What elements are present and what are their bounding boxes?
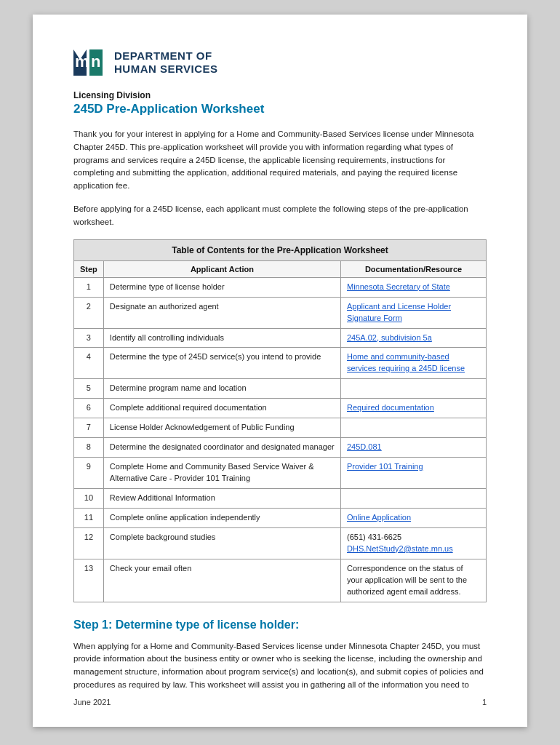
toc-action: Identify all controlling individuals xyxy=(103,328,340,348)
toc-action: Designate an authorized agent xyxy=(103,297,340,328)
footer-page-num: 1 xyxy=(482,698,487,706)
logo-text: DEPARTMENT OF HUMAN SERVICES xyxy=(114,49,218,76)
toc-doc[interactable]: Minnesota Secretary of State xyxy=(341,277,487,297)
toc-step-num: 7 xyxy=(74,418,104,438)
table-row: 10Review Additional Information xyxy=(74,488,487,508)
toc-doc[interactable]: Online Application xyxy=(341,508,487,527)
toc-action: Determine program name and location xyxy=(103,379,340,399)
svg-text:n: n xyxy=(91,52,100,71)
footer-date: June 2021 xyxy=(73,698,111,706)
toc-doc-link[interactable]: Minnesota Secretary of State xyxy=(347,282,450,291)
page-container: m n DEPARTMENT OF HUMAN SERVICES Licensi… xyxy=(33,15,527,727)
toc-action: Check your email often xyxy=(103,559,340,602)
col-header-doc: Documentation/Resource xyxy=(341,260,487,277)
dhs-logo-icon: m n xyxy=(73,49,105,76)
toc-action: Complete Home and Community Based Servic… xyxy=(103,458,340,489)
dept-name-line2: HUMAN SERVICES xyxy=(114,63,218,76)
toc-action: Determine the designated coordinator and… xyxy=(103,438,340,458)
step1-text: When applying for a Home and Community-B… xyxy=(73,640,487,692)
toc-step-num: 12 xyxy=(74,527,104,559)
toc-action: Determine the type of 245D service(s) yo… xyxy=(103,348,340,379)
table-row: 9Complete Home and Community Based Servi… xyxy=(74,458,487,489)
toc-doc xyxy=(341,488,487,508)
toc-caption: Table of Contents for the Pre-Applicatio… xyxy=(73,239,487,260)
toc-step-num: 11 xyxy=(74,508,104,527)
page-footer: June 2021 1 xyxy=(73,698,487,706)
col-header-action: Applicant Action xyxy=(103,260,340,277)
toc-step-num: 2 xyxy=(74,297,104,328)
toc-doc[interactable]: Home and community-based services requir… xyxy=(341,348,487,379)
toc-action: Review Additional Information xyxy=(103,488,340,508)
toc-doc-link[interactable]: Provider 101 Training xyxy=(347,462,423,471)
logo-container: m n DEPARTMENT OF HUMAN SERVICES xyxy=(73,49,218,76)
toc-doc-link[interactable]: 245A.02, subdivision 5a xyxy=(347,333,432,342)
toc-action: Determine type of license holder xyxy=(103,277,340,297)
division-label: Licensing Division xyxy=(73,90,487,100)
intro-para2: Before applying for a 245D license, each… xyxy=(73,203,487,229)
toc-doc xyxy=(341,418,487,438)
col-header-step: Step xyxy=(74,260,104,277)
toc-doc-email[interactable]: DHS.NetStudy2@state.mn.us xyxy=(347,544,453,553)
table-row: 2Designate an authorized agentApplicant … xyxy=(74,297,487,328)
table-row: 7License Holder Acknowledgement of Publi… xyxy=(74,418,487,438)
toc-action: Complete additional required documentati… xyxy=(103,399,340,418)
table-row: 4Determine the type of 245D service(s) y… xyxy=(74,348,487,379)
table-row: 5Determine program name and location xyxy=(74,379,487,399)
table-row: 12Complete background studies(651) 431-6… xyxy=(74,527,487,559)
toc-step-num: 6 xyxy=(74,399,104,418)
toc-doc[interactable]: Provider 101 Training xyxy=(341,458,487,489)
toc-doc-phone: (651) 431-6625 xyxy=(347,533,401,541)
table-row: 13Check your email oftenCorrespondence o… xyxy=(74,559,487,602)
toc-step-num: 5 xyxy=(74,379,104,399)
toc-step-num: 3 xyxy=(74,328,104,348)
svg-text:m: m xyxy=(75,52,89,71)
toc-doc[interactable]: 245D.081 xyxy=(341,438,487,458)
toc-doc-link[interactable]: Online Application xyxy=(347,513,411,522)
toc-step-num: 9 xyxy=(74,458,104,489)
toc-table: Table of Contents for the Pre-Applicatio… xyxy=(73,239,487,602)
toc-doc[interactable]: Applicant and License Holder Signature F… xyxy=(341,297,487,328)
toc-doc-link[interactable]: Required documentation xyxy=(347,403,434,412)
toc-doc xyxy=(341,379,487,399)
toc-step-num: 13 xyxy=(74,559,104,602)
table-row: 1Determine type of license holderMinneso… xyxy=(74,277,487,297)
toc-step-num: 4 xyxy=(74,348,104,379)
toc-action: License Holder Acknowledgement of Public… xyxy=(103,418,340,438)
toc-step-num: 1 xyxy=(74,277,104,297)
toc-doc[interactable]: 245A.02, subdivision 5a xyxy=(341,328,487,348)
table-row: 8Determine the designated coordinator an… xyxy=(74,438,487,458)
page-title: 245D Pre-Application Worksheet xyxy=(73,102,487,116)
toc-doc-link[interactable]: Home and community-based services requir… xyxy=(347,352,465,372)
dept-name-line1: DEPARTMENT OF xyxy=(114,49,218,63)
toc-doc: (651) 431-6625DHS.NetStudy2@state.mn.us xyxy=(341,527,487,559)
toc-action: Complete background studies xyxy=(103,527,340,559)
toc-doc: Correspondence on the status of your app… xyxy=(341,559,487,602)
toc-step-num: 10 xyxy=(74,488,104,508)
intro-para1: Thank you for your interest in applying … xyxy=(73,128,487,193)
table-row: 6Complete additional required documentat… xyxy=(74,399,487,418)
toc-action: Complete online application independentl… xyxy=(103,508,340,527)
table-row: 11Complete online application independen… xyxy=(74,508,487,527)
toc-step-num: 8 xyxy=(74,438,104,458)
toc-doc-link[interactable]: Applicant and License Holder Signature F… xyxy=(347,302,451,322)
table-row: 3Identify all controlling individuals245… xyxy=(74,328,487,348)
header: m n DEPARTMENT OF HUMAN SERVICES xyxy=(73,49,487,76)
step1-heading: Step 1: Determine type of license holder… xyxy=(73,618,487,632)
toc-doc[interactable]: Required documentation xyxy=(341,399,487,418)
toc-doc-link[interactable]: 245D.081 xyxy=(347,442,382,451)
